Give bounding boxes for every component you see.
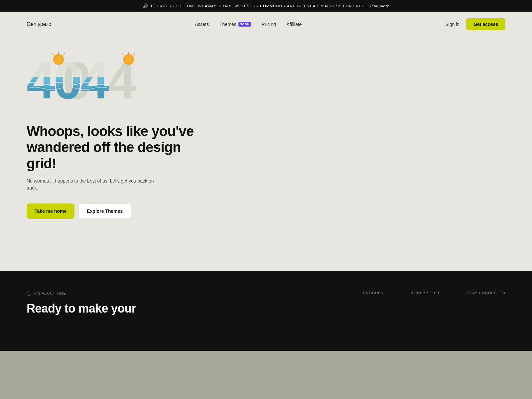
read-more-link[interactable]: Read more xyxy=(369,4,389,8)
nav-links: Assets Themes SOON Pricing Affiliate xyxy=(195,22,302,27)
error-404-svg: 4 0 4 404 xyxy=(27,50,153,103)
footer-heading: Ready to make your xyxy=(27,302,136,315)
footer-col-money-title: MONEY STUFF xyxy=(410,291,441,295)
error-heading: Whoops, looks like you've wandered off t… xyxy=(27,123,200,172)
footer-col-product: PRODUCT xyxy=(363,291,384,295)
footer-tagline: IT'S ABOUT TIME xyxy=(27,291,136,296)
footer-columns: PRODUCT MONEY STUFF STAY CONNECTED xyxy=(363,291,505,295)
footer-col-product-title: PRODUCT xyxy=(363,291,384,295)
navbar: Gentype.io Assets Themes SOON Pricing Af… xyxy=(0,12,532,37)
nav-actions: Sign in Get access xyxy=(445,18,505,30)
logo[interactable]: Gentype.io xyxy=(27,21,51,27)
get-access-button[interactable]: Get access xyxy=(466,18,505,30)
clock-icon xyxy=(27,291,31,296)
announcement-icon: 🔊 xyxy=(143,3,148,8)
error-visual: 4 0 4 404 xyxy=(27,50,153,103)
announcement-bar: 🔊 FOUNDERS EDITION GIVEAWAY. SHARE WITH … xyxy=(0,0,532,12)
cta-buttons: Take me home Explore Themes xyxy=(27,203,505,219)
footer-section: IT'S ABOUT TIME Ready to make your PRODU… xyxy=(0,271,532,351)
svg-point-12 xyxy=(125,56,133,64)
footer-col-connected-title: STAY CONNECTED xyxy=(467,291,505,295)
main-content: Gentype.io Assets Themes SOON Pricing Af… xyxy=(0,12,532,271)
footer-col-money: MONEY STUFF xyxy=(410,291,441,295)
footer-left: IT'S ABOUT TIME Ready to make your xyxy=(27,291,136,315)
footer-col-connected: STAY CONNECTED xyxy=(467,291,505,295)
nav-link-themes[interactable]: Themes SOON xyxy=(219,22,251,27)
svg-point-7 xyxy=(55,56,63,64)
hero-section: 4 0 4 404 xyxy=(0,37,532,245)
take-me-home-button[interactable]: Take me home xyxy=(27,203,74,219)
nav-link-affiliate[interactable]: Affiliate xyxy=(287,22,302,27)
nav-link-pricing[interactable]: Pricing xyxy=(262,22,276,27)
soon-badge: SOON xyxy=(238,22,251,27)
nav-link-assets[interactable]: Assets xyxy=(195,22,209,27)
sign-in-button[interactable]: Sign in xyxy=(445,22,460,27)
explore-themes-button[interactable]: Explore Themes xyxy=(78,203,131,219)
error-subtext: No worries, it happens to the best of us… xyxy=(27,178,166,192)
announcement-text: FOUNDERS EDITION GIVEAWAY. SHARE WITH YO… xyxy=(151,4,366,8)
footer-top: IT'S ABOUT TIME Ready to make your PRODU… xyxy=(27,291,505,315)
